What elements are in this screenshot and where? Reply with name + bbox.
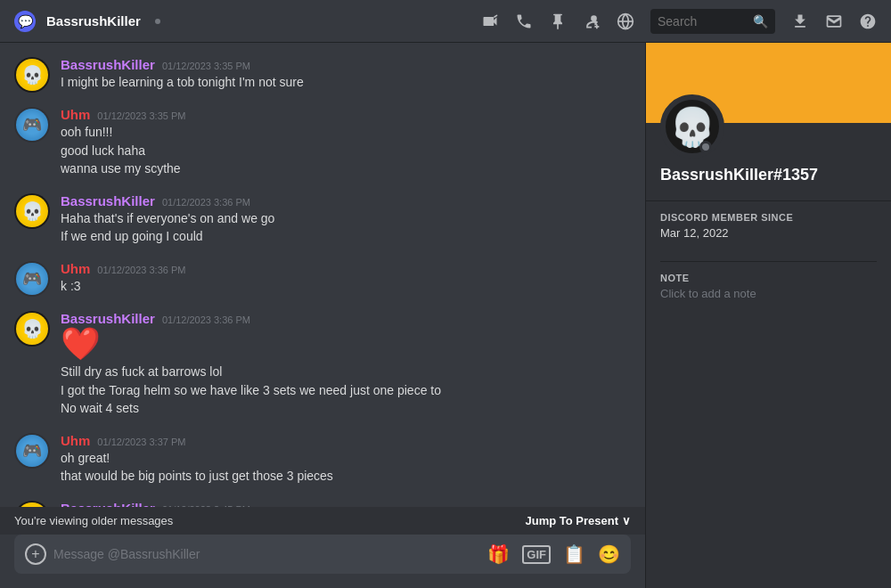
note-label: NOTE — [660, 273, 877, 283]
profile-divider — [660, 261, 877, 262]
avatar: 🎮 — [14, 433, 50, 469]
message-text: ooh fun!!! good luck haha wanna use my s… — [61, 124, 631, 178]
message-text: Haha that's if everyone's on and we go I… — [61, 210, 631, 246]
message-author: BassrushKiller — [61, 193, 155, 208]
message-header: BassrushKiller 01/12/2023 3:36 PM — [61, 311, 631, 326]
message-input[interactable] — [53, 547, 480, 561]
message-group: 💀 BassrushKiller 01/12/2023 3:35 PM I mi… — [14, 57, 631, 93]
message-text: k :3 — [61, 278, 631, 296]
message-content: BassrushKiller 01/12/2023 3:45 PM One of… — [61, 501, 631, 507]
message-timestamp: 01/12/2023 3:36 PM — [162, 197, 250, 208]
message-text: oh great! that would be big points to ju… — [61, 450, 631, 486]
video-call-icon[interactable] — [481, 12, 499, 30]
message-timestamp: 01/12/2023 3:35 PM — [97, 110, 185, 121]
older-messages-text: You're viewing older messages — [14, 514, 173, 527]
message-group: 💀 BassrushKiller 01/12/2023 3:36 PM ❤️ S… — [14, 311, 631, 419]
input-bar: + 🎁 GIF 📋 😊 — [0, 535, 645, 588]
dm-settings-icon[interactable] — [617, 12, 634, 30]
note-input[interactable]: Click to add a note — [660, 287, 877, 300]
channel-avatar: 💬 — [14, 11, 36, 32]
svg-line-0 — [495, 15, 497, 17]
avatar: 🎮 — [14, 261, 50, 297]
header-icons: 🔍 — [481, 9, 877, 34]
message-content: Uhm 01/12/2023 3:36 PM k :3 — [61, 261, 631, 297]
message-content: BassrushKiller 01/12/2023 3:36 PM Haha t… — [61, 193, 631, 247]
download-icon[interactable] — [791, 12, 809, 30]
input-icons: 🎁 GIF 📋 😊 — [487, 543, 620, 565]
message-header: Uhm 01/12/2023 3:36 PM — [61, 261, 631, 276]
profile-fields: DISCORD MEMBER SINCE Mar 12, 2022 — [646, 201, 891, 261]
right-panel: 💀 BassrushKiller#1357 DISCORD MEMBER SIN… — [645, 43, 891, 588]
message-content: BassrushKiller 01/12/2023 3:35 PM I migh… — [61, 57, 631, 93]
avatar: 🎮 — [14, 107, 50, 143]
profile-username: BassrushKiller#1357 — [660, 166, 877, 184]
help-icon[interactable] — [859, 12, 877, 30]
nitro-sticker-icon[interactable]: 📋 — [563, 543, 585, 565]
message-author: Uhm — [61, 261, 90, 276]
avatar: 💀 — [14, 501, 50, 507]
header-dot-divider — [155, 19, 160, 24]
message-group: 💀 BassrushKiller 01/12/2023 3:36 PM Haha… — [14, 193, 631, 247]
jump-to-present-button[interactable]: Jump To Present ∨ — [525, 514, 631, 527]
message-author: BassrushKiller — [61, 57, 155, 72]
profile-info: BassrushKiller#1357 — [646, 159, 891, 201]
message-text: I might be learning a tob tonight I'm no… — [61, 74, 631, 92]
message-header: Uhm 01/12/2023 3:37 PM — [61, 433, 631, 448]
older-messages-bar: You're viewing older messages Jump To Pr… — [0, 507, 645, 535]
search-input[interactable] — [658, 14, 746, 29]
chevron-down-icon: ∨ — [622, 514, 631, 527]
message-group: 🎮 Uhm 01/12/2023 3:37 PM oh great! that … — [14, 433, 631, 486]
gif-icon[interactable]: GIF — [522, 545, 551, 564]
message-author: Uhm — [61, 107, 90, 122]
add-content-button[interactable]: + — [25, 543, 46, 565]
call-icon[interactable] — [515, 12, 533, 30]
main-content: 💀 BassrushKiller 01/12/2023 3:35 PM I mi… — [0, 43, 891, 588]
message-timestamp: 01/12/2023 3:35 PM — [162, 61, 250, 71]
message-input-container: + 🎁 GIF 📋 😊 — [14, 535, 631, 574]
message-timestamp: 01/12/2023 3:36 PM — [97, 265, 185, 275]
avatar: 💀 — [14, 57, 50, 93]
inbox-icon[interactable] — [825, 12, 843, 30]
avatar: 💀 — [14, 193, 50, 229]
chat-area: 💀 BassrushKiller 01/12/2023 3:35 PM I mi… — [0, 43, 645, 588]
message-header: BassrushKiller 01/12/2023 3:45 PM — [61, 501, 631, 507]
message-timestamp: 01/12/2023 3:37 PM — [97, 437, 185, 447]
add-member-icon[interactable] — [583, 12, 601, 30]
avatar: 💀 — [14, 311, 50, 347]
member-since-label: DISCORD MEMBER SINCE — [660, 212, 877, 223]
search-bar[interactable]: 🔍 — [650, 9, 775, 34]
profile-avatar-section: 💀 — [646, 94, 891, 159]
message-content: BassrushKiller 01/12/2023 3:36 PM ❤️ Sti… — [61, 311, 631, 419]
member-since-value: Mar 12, 2022 — [660, 226, 877, 240]
message-author: Uhm — [61, 433, 90, 448]
gift-icon[interactable]: 🎁 — [487, 543, 510, 565]
message-group: 🎮 Uhm 01/12/2023 3:35 PM ooh fun!!! good… — [14, 107, 631, 179]
note-section: NOTE Click to add a note — [646, 273, 891, 300]
message-content: Uhm 01/12/2023 3:37 PM oh great! that wo… — [61, 433, 631, 486]
message-timestamp: 01/12/2023 3:36 PM — [162, 314, 250, 325]
heart-emoji: ❤️ — [61, 328, 631, 360]
message-header: BassrushKiller 01/12/2023 3:35 PM — [61, 57, 631, 72]
search-icon: 🔍 — [753, 14, 768, 29]
pin-icon[interactable] — [549, 12, 567, 30]
messages-list: 💀 BassrushKiller 01/12/2023 3:35 PM I mi… — [0, 43, 645, 507]
header: 💬 BassrushKiller — [0, 0, 891, 43]
message-group: 🎮 Uhm 01/12/2023 3:36 PM k :3 — [14, 261, 631, 297]
profile-status-dot — [699, 141, 712, 153]
message-content: Uhm 01/12/2023 3:35 PM ooh fun!!! good l… — [61, 107, 631, 179]
message-group: 💀 BassrushKiller 01/12/2023 3:45 PM One … — [14, 501, 631, 507]
channel-name: BassrushKiller — [46, 13, 141, 29]
emoji-icon[interactable]: 😊 — [598, 543, 620, 565]
message-text: ❤️ Still dry as fuck at barrows lol I go… — [61, 328, 631, 418]
message-author: BassrushKiller — [61, 311, 155, 326]
message-header: Uhm 01/12/2023 3:35 PM — [61, 107, 631, 122]
profile-avatar: 💀 — [660, 94, 724, 159]
message-header: BassrushKiller 01/12/2023 3:36 PM — [61, 193, 631, 208]
message-author: BassrushKiller — [61, 501, 155, 507]
